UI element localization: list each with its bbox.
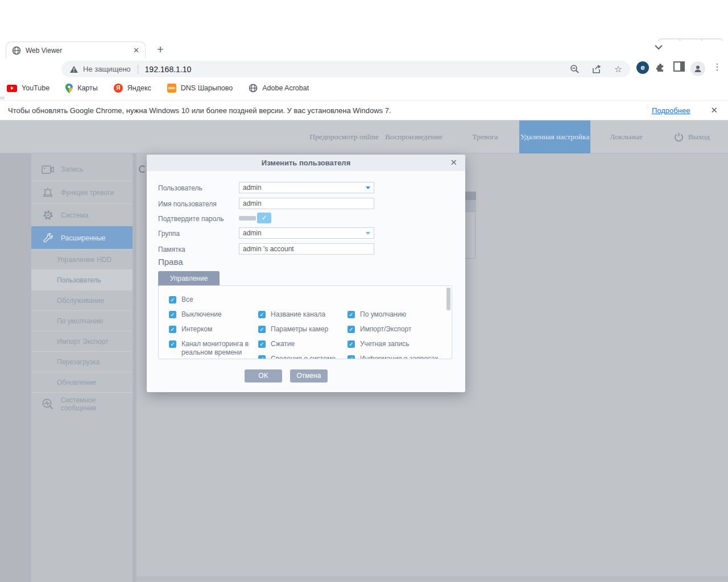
sidebar-item-label: Функция тревоги [61, 189, 114, 197]
bookmark-dns[interactable]: DNS DNS Шарыпово [167, 84, 233, 93]
dialog-close-icon[interactable]: ✕ [450, 157, 457, 168]
checkbox-channel-name[interactable]: ✓ Название канала [258, 311, 325, 319]
side-panel-icon[interactable] [673, 61, 685, 72]
sidebar-item-label: Система [61, 211, 88, 219]
background-table-header [465, 192, 476, 200]
username-input[interactable] [239, 198, 374, 209]
sidebar: Запись Функция тревоги Система Расширенн… [31, 153, 133, 582]
confirm-password-check[interactable]: ✓ [257, 213, 271, 223]
bookmark-adobe[interactable]: Adobe Acrobat [249, 84, 309, 93]
zoom-out-icon[interactable] [570, 64, 580, 74]
sidebar-item-defaults[interactable]: По умолчанию [31, 310, 133, 331]
share-icon[interactable] [592, 65, 602, 74]
group-label: Группа [158, 230, 180, 238]
browser-menu-icon[interactable]: ⋮ [713, 61, 722, 72]
app-header: Предпросмотр online Воспроизведение Трев… [0, 120, 728, 153]
nav-item-preview-online[interactable]: Предпросмотр online [304, 120, 384, 153]
checkbox-system-info[interactable]: ✓ Сведения о системе [258, 355, 336, 359]
nav-item-local-settings[interactable]: Локльные настройки [593, 120, 660, 153]
new-tab-button[interactable]: + [152, 42, 168, 58]
sidebar-item-label: Импорт Экспорт [57, 338, 108, 346]
nav-item-playback[interactable]: Воспроизведение [381, 120, 446, 153]
memo-label: Памятка [158, 246, 185, 253]
background-refresh-icon [139, 165, 146, 173]
background-table-box [465, 211, 475, 259]
checkbox-icon: ✓ [169, 311, 176, 318]
sidebar-item-maintenance[interactable]: Обслуживание [31, 290, 133, 310]
memo-input[interactable] [239, 243, 374, 255]
extension-e-icon[interactable]: e [636, 61, 649, 74]
sidebar-item-label: Системное сообщение [61, 396, 133, 412]
checkbox-icon: ✓ [258, 326, 266, 333]
checkbox-query-info[interactable]: ✓ Информация о запросах [348, 355, 439, 359]
checkbox-shutdown[interactable]: ✓ Выключение [169, 311, 222, 319]
sidebar-divider [133, 153, 136, 582]
camera-icon [42, 165, 54, 174]
dns-icon: DNS [167, 84, 176, 93]
checkbox-icon: ✓ [348, 326, 355, 333]
omnibox-divider [138, 65, 138, 74]
user-select[interactable]: admin [239, 182, 374, 193]
screen: ✕ Web Viewer ✕ + ← → ↻ Не защищено 192.1… [0, 0, 728, 582]
sidebar-item-record[interactable]: Запись [31, 158, 133, 181]
checkbox-import-export[interactable]: ✓ Импорт/Экспорт [348, 326, 411, 334]
sidebar-item-system[interactable]: Система [31, 203, 133, 226]
checkbox-account[interactable]: ✓ Учетная запись [348, 340, 409, 348]
profile-avatar[interactable] [690, 61, 705, 76]
chevron-down-icon [366, 186, 370, 189]
checkbox-compression[interactable]: ✓ Сжатие [258, 340, 295, 348]
tab-search-chevron-icon[interactable] [654, 44, 663, 50]
rights-section-title: Права [158, 257, 183, 267]
checkbox-camera-params[interactable]: ✓ Параметры камер [258, 326, 328, 334]
nav-item-remote-settings[interactable]: Удаленная настройка [519, 120, 590, 153]
sidebar-item-alarm-function[interactable]: Функция тревоги [31, 181, 133, 203]
siren-icon [42, 188, 54, 197]
yandex-icon: Я [114, 84, 123, 93]
checkbox-intercom[interactable]: ✓ Интерком [169, 326, 212, 334]
bookmark-maps[interactable]: Карты [65, 84, 98, 93]
checkbox-live-monitoring[interactable]: ✓ Канал мониторинга в реальном времени [169, 340, 251, 357]
security-label[interactable]: Не защищено [83, 65, 131, 73]
rights-scrollbar[interactable] [446, 288, 450, 310]
checkbox-defaults[interactable]: ✓ По умолчанию [348, 311, 406, 319]
power-icon [674, 132, 684, 142]
bookmark-youtube[interactable]: YouTube [7, 84, 49, 92]
checkbox-icon: ✓ [258, 311, 266, 318]
sidebar-item-label: Расширенные [61, 234, 106, 242]
infobar-close-icon[interactable]: ✕ [710, 105, 718, 115]
bookmarks-bar: YouTube Карты Я Яндекс DNS DNS Шарыпово [0, 80, 728, 97]
sidebar-item-hdd-management[interactable]: Управление HDD [31, 249, 133, 269]
left-rail [0, 153, 31, 582]
sidebar-item-import-export[interactable]: Импорт Экспорт [31, 331, 133, 351]
infobar-learn-more-link[interactable]: Подробнее [652, 106, 690, 115]
tab-management[interactable]: Управление [158, 271, 220, 286]
nav-item-alarm[interactable]: Тревога [454, 120, 516, 153]
checkbox-all[interactable]: ✓ Все [169, 296, 193, 304]
bookmark-star-icon[interactable]: ☆ [614, 64, 622, 74]
tab-title: Web Viewer [26, 47, 129, 55]
checkbox-icon: ✓ [348, 311, 355, 318]
sidebar-item-update[interactable]: Обновление [31, 372, 133, 392]
logout-button[interactable]: Выход [674, 120, 710, 153]
ok-button[interactable]: OK [245, 369, 282, 383]
sidebar-item-label: По умолчанию [57, 317, 103, 325]
cancel-button[interactable]: Отмена [290, 369, 328, 383]
url-text[interactable]: 192.168.1.10 [145, 65, 557, 74]
sidebar-item-reboot[interactable]: Перезагрузка [31, 351, 133, 372]
extensions-puzzle-icon[interactable] [655, 61, 667, 73]
sidebar-item-label: Управление HDD [57, 256, 111, 264]
sidebar-item-label: Пользователь [57, 276, 101, 284]
browser-tab[interactable]: Web Viewer ✕ [6, 41, 146, 59]
confirm-password-toggle[interactable] [239, 216, 256, 221]
group-select[interactable]: admin [239, 227, 374, 239]
maps-pin-icon [65, 84, 73, 93]
checkbox-icon: ✓ [169, 296, 176, 304]
sidebar-item-user[interactable]: Пользователь [31, 269, 133, 290]
sidebar-item-advanced[interactable]: Расширенные [31, 226, 133, 249]
address-bar[interactable]: Не защищено 192.168.1.10 ☆ [61, 61, 630, 77]
checkbox-icon: ✓ [348, 340, 355, 348]
checkbox-icon: ✓ [348, 355, 355, 359]
bookmark-yandex[interactable]: Я Яндекс [114, 84, 151, 93]
tab-close-icon[interactable]: ✕ [133, 46, 139, 55]
sidebar-item-system-message[interactable]: Системное сообщение [31, 392, 133, 415]
